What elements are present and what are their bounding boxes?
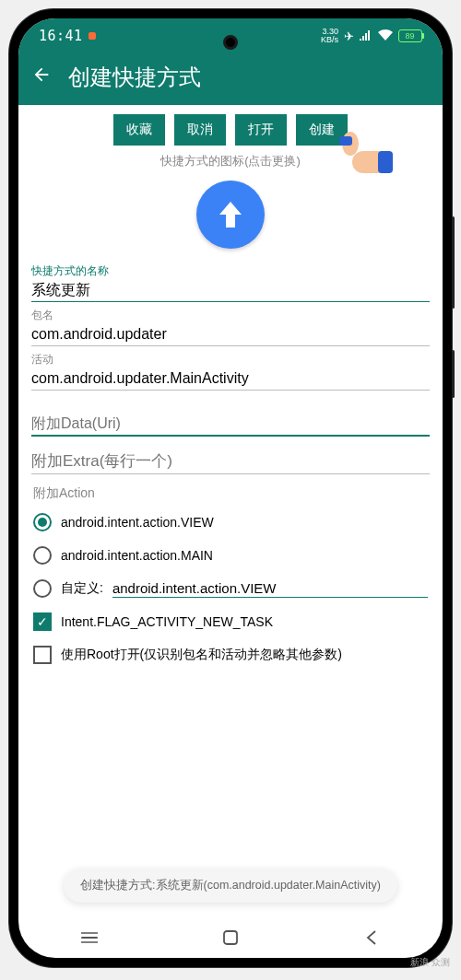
radio-action-main-label: android.intent.action.MAIN bbox=[61, 548, 213, 563]
nav-back-button[interactable] bbox=[353, 930, 390, 945]
pointing-hand-icon bbox=[334, 131, 393, 186]
checkbox-use-root[interactable]: 使用Root打开(仅识别包名和活动并忽略其他参数) bbox=[31, 638, 430, 671]
toast-message: 创建快捷方式:系统更新(com.android.updater.MainActi… bbox=[64, 869, 397, 903]
data-uri-field[interactable] bbox=[31, 413, 430, 437]
app-bar: 创建快捷方式 bbox=[18, 53, 443, 105]
recording-indicator-icon bbox=[89, 32, 96, 40]
nav-home-button[interactable] bbox=[212, 929, 249, 946]
custom-action-field[interactable] bbox=[112, 579, 428, 598]
package-field[interactable] bbox=[31, 323, 430, 346]
radio-action-view[interactable]: android.intent.action.VIEW bbox=[31, 506, 430, 539]
radio-action-view-label: android.intent.action.VIEW bbox=[61, 515, 214, 530]
activity-field-label: 活动 bbox=[31, 352, 430, 368]
battery-icon: 89 bbox=[398, 29, 422, 42]
checkbox-icon: ✓ bbox=[33, 612, 52, 631]
upload-arrow-icon bbox=[212, 196, 249, 233]
radio-action-main[interactable]: android.intent.action.MAIN bbox=[31, 539, 430, 572]
open-button[interactable]: 打开 bbox=[235, 114, 287, 146]
network-speed: 3.30 KB/s bbox=[321, 28, 338, 44]
favorite-button[interactable]: 收藏 bbox=[113, 114, 165, 146]
watermark: 新浪 众测 bbox=[410, 957, 450, 967]
action-section-title: 附加Action bbox=[31, 482, 430, 506]
page-title: 创建快捷方式 bbox=[68, 63, 201, 92]
wifi-icon bbox=[378, 29, 393, 43]
action-button-row: 收藏 取消 打开 创建 bbox=[18, 105, 443, 149]
radio-icon bbox=[33, 546, 52, 565]
back-arrow-icon[interactable] bbox=[31, 64, 52, 90]
cancel-button[interactable]: 取消 bbox=[174, 114, 226, 146]
svg-rect-3 bbox=[378, 151, 393, 173]
svg-rect-1 bbox=[339, 136, 352, 146]
radio-icon bbox=[33, 513, 52, 531]
checkbox-flag-new-task[interactable]: ✓ Intent.FLAG_ACTIVITY_NEW_TASK bbox=[31, 605, 430, 638]
radio-action-custom-label: 自定义: bbox=[61, 580, 103, 597]
navigation-bar bbox=[18, 917, 443, 958]
shortcut-icon-preview[interactable] bbox=[196, 181, 265, 249]
radio-action-custom[interactable]: 自定义: bbox=[31, 572, 430, 605]
checkbox-icon bbox=[33, 646, 52, 664]
name-field[interactable] bbox=[31, 279, 430, 302]
package-field-label: 包名 bbox=[31, 308, 430, 323]
extra-field[interactable] bbox=[31, 449, 430, 474]
signal-icon bbox=[360, 29, 372, 43]
status-time: 16:41 bbox=[39, 28, 83, 44]
checkbox-root-label: 使用Root打开(仅识别包名和活动并忽略其他参数) bbox=[61, 647, 342, 663]
radio-icon bbox=[33, 579, 52, 598]
checkbox-flag-label: Intent.FLAG_ACTIVITY_NEW_TASK bbox=[61, 614, 273, 629]
nav-recents-button[interactable] bbox=[71, 928, 108, 947]
name-field-label: 快捷方式的名称 bbox=[31, 263, 430, 279]
activity-field[interactable] bbox=[31, 368, 430, 391]
airplane-mode-icon: ✈ bbox=[344, 29, 354, 43]
svg-rect-6 bbox=[224, 931, 237, 944]
